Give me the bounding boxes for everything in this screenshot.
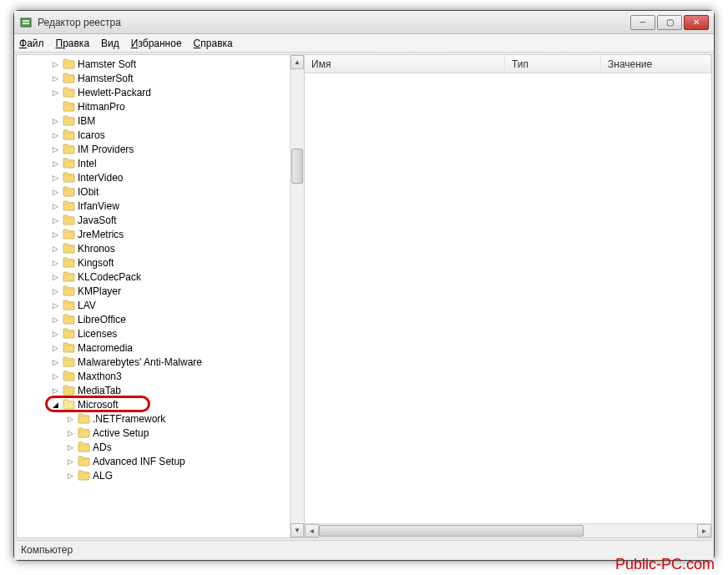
tree-item[interactable]: ▷ Khronos xyxy=(17,241,290,255)
tree-vertical-scrollbar[interactable]: ▲ ▼ xyxy=(290,55,304,537)
tree-item[interactable]: ▷ IrfanView xyxy=(17,199,290,213)
tree-item[interactable]: ▷ MediaTab xyxy=(17,383,290,397)
folder-icon xyxy=(62,356,75,368)
scroll-up-arrow[interactable]: ▲ xyxy=(291,55,304,69)
tree-item[interactable]: ▷ LibreOffice xyxy=(17,312,290,326)
expander-icon[interactable]: ▷ xyxy=(50,215,60,225)
tree-item-label: JreMetrics xyxy=(78,229,124,240)
expander-icon[interactable]: ▷ xyxy=(65,414,75,424)
folder-icon xyxy=(62,200,75,212)
expander-icon[interactable]: ▷ xyxy=(50,59,60,69)
maximize-button[interactable]: ▢ xyxy=(657,15,682,30)
tree-item[interactable]: ▷ IObit xyxy=(17,184,290,199)
expander-icon[interactable]: ▷ xyxy=(65,442,75,452)
scroll-thumb[interactable] xyxy=(319,525,584,537)
expander-icon[interactable]: ▷ xyxy=(50,201,60,211)
expander-icon[interactable]: ▷ xyxy=(50,343,60,353)
expander-icon[interactable]: ▷ xyxy=(50,144,60,154)
tree-item[interactable]: ▷ Maxthon3 xyxy=(17,369,290,383)
expander-icon[interactable]: ▷ xyxy=(50,357,60,367)
menubar: Файл Правка Вид Избранное Справка xyxy=(14,34,714,53)
tree-item[interactable]: ▷ JreMetrics xyxy=(17,227,290,241)
tree-item[interactable]: ▷ InterVideo xyxy=(17,170,290,184)
expander-icon[interactable]: ▷ xyxy=(50,272,60,282)
tree-item[interactable]: ▷ Macromedia xyxy=(17,340,290,355)
expander-icon[interactable]: ▷ xyxy=(50,88,60,98)
expander-icon[interactable]: ▷ xyxy=(50,286,60,296)
menu-help[interactable]: Справка xyxy=(194,38,233,49)
expander-icon[interactable]: ▷ xyxy=(50,329,60,339)
tree-item[interactable]: ▷ Icaros xyxy=(17,128,290,142)
tree-item[interactable]: ▷ Hewlett-Packard xyxy=(17,85,290,99)
expander-icon[interactable]: ▷ xyxy=(50,116,60,126)
expander-icon[interactable]: ◢ xyxy=(50,400,60,410)
expander-icon[interactable]: ▷ xyxy=(50,130,60,140)
tree-item-label: .NETFramework xyxy=(93,413,165,425)
titlebar[interactable]: Редактор реестра ─ ▢ ✕ xyxy=(14,11,714,34)
tree-item[interactable]: ▷ KLCodecPack xyxy=(17,270,290,284)
tree-item[interactable]: ▷ Intel xyxy=(17,156,290,170)
expander-icon[interactable]: ▷ xyxy=(65,471,75,481)
app-icon xyxy=(19,16,33,29)
expander-icon[interactable]: ▷ xyxy=(50,229,60,240)
expander-icon[interactable]: ▷ xyxy=(65,428,75,438)
list-body[interactable] xyxy=(305,73,711,523)
list-horizontal-scrollbar[interactable]: ◄ ► xyxy=(305,523,711,537)
scroll-thumb[interactable] xyxy=(291,149,303,184)
expander-icon[interactable]: ▷ xyxy=(50,159,60,169)
expander-icon[interactable]: ▷ xyxy=(50,371,60,381)
folder-icon xyxy=(62,300,75,311)
expander-icon[interactable]: ▷ xyxy=(50,386,60,396)
folder-icon xyxy=(62,314,75,325)
tree-item[interactable]: ▷ Malwarebytes' Anti-Malware xyxy=(17,355,290,369)
tree-item-label: Intel xyxy=(78,158,97,169)
tree-item-label: Advanced INF Setup xyxy=(93,456,185,467)
tree-item[interactable]: ▷ ADs xyxy=(17,440,290,454)
minimize-button[interactable]: ─ xyxy=(630,15,655,30)
close-button[interactable]: ✕ xyxy=(684,15,709,30)
expander-icon[interactable]: ▷ xyxy=(50,244,60,254)
expander-icon[interactable]: ▷ xyxy=(50,73,60,83)
tree-item[interactable]: ▷ IBM xyxy=(17,113,290,128)
menu-file[interactable]: Файл xyxy=(19,38,44,49)
column-name[interactable]: Имя xyxy=(305,55,505,73)
registry-tree[interactable]: ▷ Hamster Soft▷ HamsterSoft▷ Hewlett-Pac… xyxy=(17,57,290,482)
scroll-right-arrow[interactable]: ► xyxy=(697,524,711,537)
folder-icon xyxy=(77,470,90,482)
expander-icon[interactable]: ▷ xyxy=(50,315,60,325)
expander-icon[interactable]: ▷ xyxy=(50,300,60,310)
folder-icon xyxy=(62,328,75,340)
tree-item[interactable]: ▷ Active Setup xyxy=(17,426,290,440)
tree-item[interactable]: ▷ .NETFramework xyxy=(17,411,290,426)
tree-item[interactable]: ▷ HamsterSoft xyxy=(17,71,290,85)
scroll-down-arrow[interactable]: ▼ xyxy=(291,523,304,537)
column-type[interactable]: Тип xyxy=(505,55,601,73)
scroll-track[interactable] xyxy=(291,69,304,523)
tree-item[interactable]: ▷ Advanced INF Setup xyxy=(17,454,290,468)
menu-favorites[interactable]: Избранное xyxy=(131,38,182,49)
tree-item[interactable]: ▷ JavaSoft xyxy=(17,213,290,227)
tree-item[interactable]: HitmanPro xyxy=(17,99,290,113)
column-value[interactable]: Значение xyxy=(601,55,711,73)
expander-icon[interactable]: ▷ xyxy=(50,187,60,197)
expander-icon[interactable] xyxy=(50,102,60,112)
tree-item[interactable]: ▷ Hamster Soft xyxy=(17,57,290,71)
tree-item[interactable]: ▷ IM Providers xyxy=(17,142,290,156)
tree-item-label: Kingsoft xyxy=(78,257,114,269)
expander-icon[interactable]: ▷ xyxy=(50,173,60,183)
scroll-track[interactable] xyxy=(319,524,697,537)
expander-icon[interactable]: ▷ xyxy=(50,258,60,268)
folder-icon xyxy=(62,73,75,84)
tree-item[interactable]: ◢ Microsoft xyxy=(17,397,290,411)
tree-item[interactable]: ▷ LAV xyxy=(17,298,290,312)
svg-rect-2 xyxy=(23,23,29,24)
tree-item[interactable]: ▷ Licenses xyxy=(17,326,290,340)
tree-item[interactable]: ▷ ALG xyxy=(17,468,290,482)
expander-icon[interactable]: ▷ xyxy=(65,456,75,467)
tree-item-label: IObit xyxy=(78,186,99,198)
tree-item[interactable]: ▷ KMPlayer xyxy=(17,284,290,298)
scroll-left-arrow[interactable]: ◄ xyxy=(305,524,319,537)
menu-edit[interactable]: Правка xyxy=(56,38,90,49)
tree-item[interactable]: ▷ Kingsoft xyxy=(17,255,290,270)
menu-view[interactable]: Вид xyxy=(101,38,119,49)
